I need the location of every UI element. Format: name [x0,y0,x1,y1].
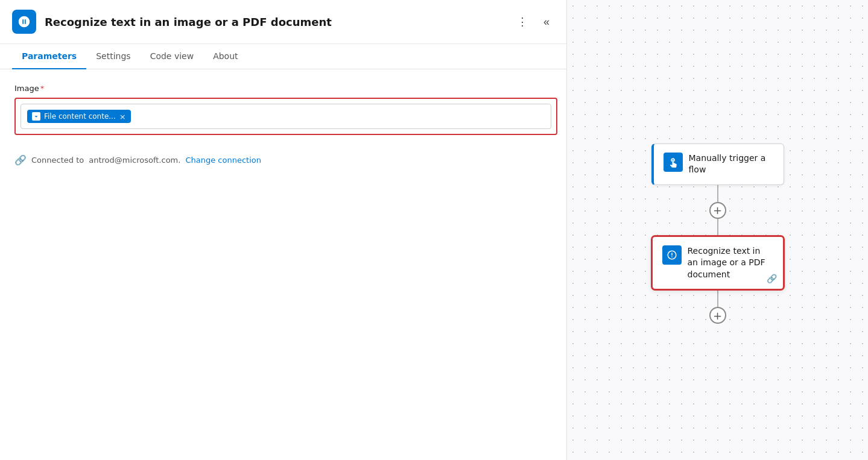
change-connection-link[interactable]: Change connection [185,156,261,165]
recognize-icon [17,15,31,28]
connector-3 [717,290,718,307]
flow-canvas: Manually trigger a flow + Recognize text… [651,143,784,324]
token-text: File content conte... [44,112,116,121]
tab-settings[interactable]: Settings [86,44,140,69]
required-indicator: * [40,84,45,93]
chip-icon [32,112,40,121]
connection-email: antrod@microsoft.com. [89,156,180,165]
image-field-group: Image* File content conte... × [14,84,552,140]
action-node[interactable]: Recognize text in an image or a PDF docu… [651,236,784,291]
panel-title: Recognize text in an image or a PDF docu… [45,16,504,28]
token-close-button[interactable]: × [119,113,126,121]
add-step-button-1[interactable]: + [709,202,726,219]
header-actions: ⋮ « [512,13,554,31]
trigger-node[interactable]: Manually trigger a flow [651,143,784,185]
trigger-node-label: Manually trigger a flow [689,153,774,176]
trigger-node-icon [664,153,683,172]
collapse-button[interactable]: « [539,13,554,31]
panel-content: Image* File content conte... × [0,69,566,460]
recognize-flow-icon [667,250,677,260]
chip-trigger-icon [33,113,39,119]
flow-canvas-panel: Manually trigger a flow + Recognize text… [567,0,868,460]
image-field-label: Image* [14,84,552,93]
token-chip: File content conte... × [27,110,131,123]
left-panel: Recognize text in an image or a PDF docu… [0,0,567,460]
manual-trigger-icon [668,157,679,168]
connection-row: 🔗 Connected to antrod@microsoft.com. Cha… [14,154,552,166]
action-node-link-icon: 🔗 [767,274,777,283]
tabs-bar: Parameters Settings Code view About [0,44,566,69]
tab-parameters[interactable]: Parameters [12,44,86,69]
connector-1 [717,185,718,202]
tab-code-view[interactable]: Code view [141,44,204,69]
action-node-label: Recognize text in an image or a PDF docu… [688,245,773,281]
action-node-icon [662,245,682,265]
connector-2 [717,219,718,236]
action-node-footer: 🔗 [767,273,777,284]
more-options-button[interactable]: ⋮ [512,13,533,31]
panel-header: Recognize text in an image or a PDF docu… [0,0,566,44]
add-step-button-2[interactable]: + [709,307,726,324]
image-input[interactable]: File content conte... × [21,104,551,129]
link-icon: 🔗 [14,154,27,166]
tab-about[interactable]: About [203,44,247,69]
panel-header-icon [12,10,36,34]
image-field-wrapper: File content conte... × [14,98,557,135]
connection-prefix: Connected to [31,156,84,165]
